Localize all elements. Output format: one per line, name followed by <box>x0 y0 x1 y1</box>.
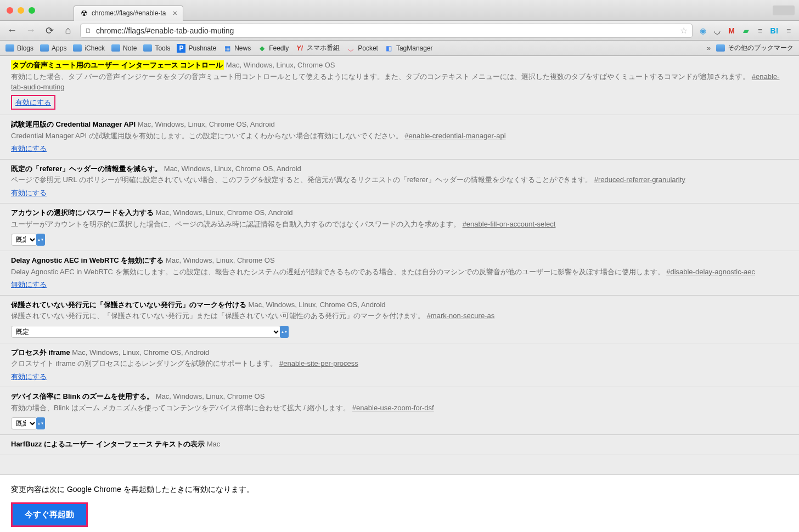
flag-select[interactable]: 既定 <box>11 326 281 338</box>
bookmark-label: Pushnate <box>188 44 216 52</box>
flag-title: Delay Agnostic AEC in WebRTC を無効にする <box>11 256 164 264</box>
select-arrow-icon: ▲▼ <box>280 326 289 338</box>
window-titlebar: ☢ chrome://flags/#enable-ta × <box>0 0 799 21</box>
pocket-extension-icon[interactable]: ◡ <box>712 26 722 36</box>
flag-enable-link[interactable]: 有効にする <box>11 189 47 197</box>
bookmark-label: Blogs <box>17 44 33 52</box>
flag-platforms: Mac, Windows, Linux, Chrome OS, Android <box>162 165 301 173</box>
flag-description: Delay Agnostic AEC in WebRTC を無効にします。この設… <box>11 267 788 278</box>
tab-title: chrome://flags/#enable-ta <box>92 9 170 17</box>
bookmark-tagmanager[interactable]: ◧TagManager <box>385 44 433 53</box>
browser-toolbar: ← → ⟳ ⌂ 🗋 chrome://flags/#enable-tab-aud… <box>0 21 799 41</box>
folder-icon <box>143 44 152 52</box>
bookmark-feedly[interactable]: ◆Feedly <box>257 44 289 53</box>
omnibox[interactable]: 🗋 chrome://flags/#enable-tab-audio-mutin… <box>80 24 693 38</box>
evernote-extension-icon[interactable]: ▰ <box>741 26 751 36</box>
bookmark-folder-note[interactable]: Note <box>111 44 137 52</box>
flag-item: 既定の「referer」ヘッダーの情報量を減らす。 Mac, Windows, … <box>0 160 799 204</box>
bookmarks-overflow-button[interactable]: » <box>707 44 711 52</box>
flag-enable-link[interactable]: 有効にする <box>11 144 47 152</box>
tab-favicon: ☢ <box>80 9 88 18</box>
bookmark-news[interactable]: ▦News <box>223 44 251 53</box>
forward-button[interactable]: → <box>24 24 37 37</box>
flag-platforms: Mac, Windows, Linux, Chrome OS <box>224 61 335 69</box>
bookmark-label: スマホ番組 <box>307 43 340 53</box>
flag-title: 試験運用版の Credential Manager API <box>11 120 136 128</box>
flag-hash-link[interactable]: #enable-credential-manager-api <box>404 132 505 140</box>
flag-select[interactable]: 既定 <box>11 417 37 429</box>
buffer-extension-icon[interactable]: ≡ <box>755 26 765 36</box>
flag-platforms: Mac, Windows, Linux, Chrome OS, Android <box>70 348 210 356</box>
bookmark-label: Feedly <box>269 44 289 52</box>
folder-icon <box>73 44 82 52</box>
bookmark-label: Apps <box>52 44 66 52</box>
flag-item: プロセス外 iframe Mac, Windows, Linux, Chrome… <box>0 343 799 388</box>
flag-item: アカウントの選択時にパスワードを入力する Mac, Windows, Linux… <box>0 203 799 251</box>
bookmark-star-icon[interactable]: ☆ <box>680 25 688 36</box>
flag-hash-link[interactable]: #enable-fill-on-account-select <box>463 220 556 228</box>
bookmark-folder-icheck[interactable]: iCheck <box>73 44 105 52</box>
restart-message: 変更内容は次に Google Chrome を再起動したときに有効になります。 <box>11 485 788 495</box>
profile-avatar[interactable] <box>773 5 795 15</box>
site-icon: ◧ <box>385 44 393 53</box>
folder-icon <box>5 44 14 52</box>
restart-footer: 変更内容は次に Google Chrome を再起動したときに有効になります。 … <box>0 474 799 532</box>
flag-hash-link[interactable]: #disable-delay-agnostic-aec <box>666 268 755 276</box>
flag-select[interactable]: 既定 <box>11 234 37 246</box>
flag-platforms: Mac, Windows, Linux, Chrome OS <box>164 256 274 264</box>
home-button[interactable]: ⌂ <box>61 24 75 37</box>
flag-platforms: Mac, Windows, Linux, Chrome OS, Android <box>246 301 386 309</box>
flag-title: タブの音声ミュート用のユーザー インターフェース コントロール <box>11 60 224 70</box>
select-arrow-icon: ▲▼ <box>36 234 45 246</box>
bookmark-folder-apps[interactable]: Apps <box>40 44 66 52</box>
bookmark-folder-tools[interactable]: Tools <box>143 44 170 52</box>
flag-item: 試験運用版の Credential Manager API Mac, Windo… <box>0 115 799 160</box>
flag-description: ユーザーがアカウントを明示的に選択した場合に、ページの読み込み時に認証情報を自動… <box>11 219 788 230</box>
flag-description: クロスサイト iframe の別プロセスによるレンダリングを試験的にサポートしま… <box>11 358 788 369</box>
flag-platforms: Mac, Windows, Linux, Chrome OS <box>154 392 265 400</box>
site-icon: ▦ <box>223 44 232 53</box>
site-icon: ◡ <box>346 44 355 53</box>
hatena-extension-icon[interactable]: B! <box>769 26 779 36</box>
site-icon: Y! <box>295 44 304 53</box>
minimize-window-button[interactable] <box>18 7 24 14</box>
gmail-extension-icon[interactable]: M <box>727 26 736 36</box>
flag-item: Delay Agnostic AEC in WebRTC を無効にする Mac,… <box>0 251 799 296</box>
bookmark-pocket[interactable]: ◡Pocket <box>346 44 378 53</box>
flag-enable-link[interactable]: 有効にする <box>11 372 47 381</box>
tab-close-button[interactable]: × <box>173 9 177 18</box>
flag-description: 有効の場合、Blink はズーム メカニズムを使ってコンテンツをデバイス倍率に合… <box>11 403 788 414</box>
flag-title: アカウントの選択時にパスワードを入力する <box>11 208 154 217</box>
bookmark-folder-blogs[interactable]: Blogs <box>5 44 33 52</box>
maximize-window-button[interactable] <box>29 7 35 14</box>
extension-icon[interactable]: ◉ <box>698 26 708 36</box>
flag-hash-link[interactable]: #mark-non-secure-as <box>427 312 495 320</box>
other-bookmarks-folder[interactable]: その他のブックマーク <box>716 43 794 53</box>
reload-button[interactable]: ⟳ <box>43 24 56 37</box>
flag-title: プロセス外 iframe <box>11 348 70 356</box>
browser-tab[interactable]: ☢ chrome://flags/#enable-ta × <box>74 5 183 21</box>
flags-content: タブの音声ミュート用のユーザー インターフェース コントロール Mac, Win… <box>0 56 799 474</box>
flag-description: 保護されていない発行元に、「保護されていない発行元」または「保護されていない可能… <box>11 310 788 321</box>
flag-item: HarfBuzz によるユーザー インターフェース テキストの表示 Mac <box>0 435 799 455</box>
folder-icon <box>40 44 49 52</box>
flag-item: タブの音声ミュート用のユーザー インターフェース コントロール Mac, Win… <box>0 56 799 115</box>
flag-hash-link[interactable]: #reduced-referrer-granularity <box>594 176 685 184</box>
menu-button[interactable]: ≡ <box>784 26 794 36</box>
close-window-button[interactable] <box>7 7 13 14</box>
bookmark-pushnate[interactable]: PPushnate <box>177 44 216 53</box>
site-icon: ◆ <box>257 44 266 53</box>
flag-description: Credential Manager API の試験運用版を有効にします。この設… <box>11 131 788 142</box>
bookmarks-bar: Blogs Apps iCheck Note Tools PPushnate ▦… <box>0 41 799 56</box>
bookmark-label: Note <box>123 44 137 52</box>
flag-hash-link[interactable]: #enable-use-zoom-for-dsf <box>352 404 434 412</box>
restart-now-button[interactable]: 今すぐ再起動 <box>11 502 88 527</box>
bookmark-label: Pocket <box>358 44 378 52</box>
bookmark-label: その他のブックマーク <box>728 43 794 53</box>
flag-enable-link[interactable]: 有効にする <box>11 95 55 110</box>
flag-hash-link[interactable]: #enable-site-per-process <box>279 359 358 367</box>
flag-platforms: Mac, Windows, Linux, Chrome OS, Android <box>136 120 275 128</box>
flag-enable-link[interactable]: 無効にする <box>11 280 47 288</box>
bookmark-smartphone[interactable]: Y!スマホ番組 <box>295 43 340 53</box>
back-button[interactable]: ← <box>5 24 19 37</box>
